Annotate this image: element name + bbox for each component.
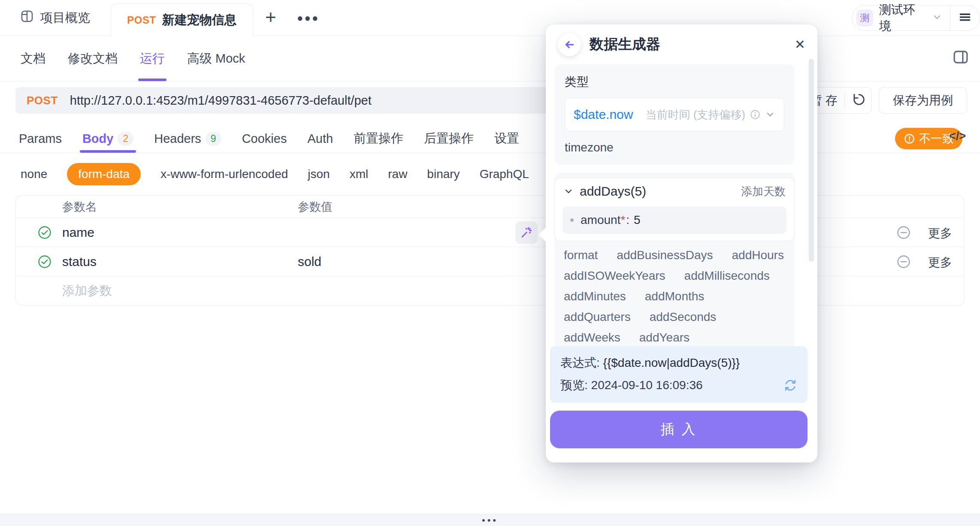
undo-history-icon[interactable] bbox=[852, 92, 866, 109]
expression-panel: 表达式: {{$date.now|addDays(5)}} 预览: 2024-0… bbox=[550, 346, 808, 403]
tab-params[interactable]: Params bbox=[19, 124, 62, 153]
type-label: 类型 bbox=[565, 74, 784, 90]
panel-drag-handle[interactable]: ••• bbox=[482, 516, 498, 525]
tab-project-overview[interactable]: 项目概览 bbox=[20, 9, 90, 27]
body-type-graphql[interactable]: GraphQL bbox=[480, 167, 529, 181]
new-tab-button[interactable]: + bbox=[265, 8, 276, 27]
back-button[interactable] bbox=[558, 33, 581, 56]
add-param-placeholder[interactable]: 添加参数 bbox=[52, 282, 298, 299]
function-param-row[interactable]: amount * : 5 bbox=[563, 206, 786, 234]
type-section: 类型 $date.now 当前时间 (支持偏移) timezone bbox=[554, 64, 795, 165]
body-type-json[interactable]: json bbox=[308, 167, 330, 181]
param-name-cell[interactable]: name bbox=[52, 225, 298, 240]
timezone-option[interactable]: timezone bbox=[565, 141, 784, 154]
applied-function-header[interactable]: addDays(5) 添加天数 bbox=[555, 178, 794, 205]
project-grid-icon bbox=[20, 9, 34, 27]
save-as-case-button[interactable]: 保存为用例 bbox=[879, 87, 967, 114]
dialog-footer: 表达式: {{$date.now|addDays(5)}} 预览: 2024-0… bbox=[550, 346, 808, 448]
generator-type-select[interactable]: $date.now 当前时间 (支持偏移) bbox=[565, 98, 784, 131]
tab-body[interactable]: Body 2 bbox=[82, 124, 133, 153]
preview-value: 2024-09-10 16:09:36 bbox=[591, 378, 703, 392]
dialog-scroll-area: 类型 $date.now 当前时间 (支持偏移) timezone bbox=[554, 64, 795, 359]
body-type-urlencoded[interactable]: x-www-form-urlencoded bbox=[160, 167, 288, 181]
environment-selector[interactable]: 测 测试环境 bbox=[852, 5, 980, 31]
body-type-none[interactable]: none bbox=[21, 167, 47, 181]
body-type-raw[interactable]: raw bbox=[388, 167, 407, 181]
doc-nav: 文档 修改文档 运行 高级 Mock bbox=[0, 36, 980, 82]
function-link-addYears[interactable]: addYears bbox=[639, 331, 690, 344]
refresh-preview-icon[interactable] bbox=[783, 378, 797, 392]
row-more-button[interactable]: 更多 bbox=[928, 225, 952, 242]
function-link-addWeeks[interactable]: addWeeks bbox=[564, 331, 620, 344]
function-link-addMonths[interactable]: addMonths bbox=[645, 290, 705, 303]
remove-row-icon[interactable] bbox=[896, 225, 911, 243]
chevron-down-icon bbox=[563, 186, 574, 196]
function-link-addQuarters[interactable]: addQuarters bbox=[564, 311, 631, 323]
generator-type-hint: 当前时间 (支持偏移) bbox=[645, 107, 745, 122]
body-count-badge: 2 bbox=[118, 132, 133, 146]
header-param-name: 参数名 bbox=[52, 199, 298, 215]
tab-auth[interactable]: Auth bbox=[307, 124, 333, 153]
function-link-addISOWeekYears[interactable]: addISOWeekYears bbox=[564, 269, 665, 282]
function-link-addBusinessDays[interactable]: addBusinessDays bbox=[617, 249, 713, 262]
tab-headers[interactable]: Headers 9 bbox=[154, 124, 221, 153]
dialog-title: 数据生成器 bbox=[590, 35, 660, 54]
tab-new-pet-request[interactable]: POST 新建宠物信息 bbox=[111, 3, 253, 36]
nav-item-edit-doc[interactable]: 修改文档 bbox=[68, 36, 118, 81]
request-url-row: POST http://127.0.0.1:4523/m1/4997831-46… bbox=[0, 82, 980, 124]
expression-value: {{$date.now|addDays(5)}} bbox=[603, 356, 740, 369]
applied-function-card: addDays(5) 添加天数 amount * : 5 bbox=[554, 178, 795, 241]
table-row-status[interactable]: status sold 更多 bbox=[16, 247, 964, 276]
project-tab-label: 项目概览 bbox=[40, 9, 90, 27]
param-value[interactable]: 5 bbox=[634, 213, 641, 227]
window-tab-bar: 项目概览 POST 新建宠物信息 + ●●● 测 测试环境 bbox=[0, 0, 980, 36]
function-link-list: format addBusinessDays addHours addISOWe… bbox=[554, 241, 795, 350]
row-more-button[interactable]: 更多 bbox=[928, 254, 952, 271]
tab-pre-actions[interactable]: 前置操作 bbox=[354, 124, 403, 153]
dialog-header: 数据生成器 ✕ bbox=[546, 24, 817, 64]
headers-count-badge: 9 bbox=[206, 132, 221, 146]
tab-settings[interactable]: 设置 bbox=[494, 124, 519, 153]
info-icon[interactable] bbox=[750, 109, 761, 120]
close-icon[interactable]: ✕ bbox=[795, 37, 805, 52]
body-type-form-data[interactable]: form-data bbox=[67, 163, 141, 185]
generator-type-value: $date.now bbox=[574, 107, 633, 122]
method-select[interactable]: POST bbox=[27, 94, 58, 107]
param-name-cell[interactable]: status bbox=[52, 254, 298, 269]
bottom-panel-bar: ••• bbox=[0, 514, 980, 526]
function-link-addMinutes[interactable]: addMinutes bbox=[564, 290, 626, 303]
code-view-icon[interactable]: </> bbox=[949, 130, 966, 143]
chevron-down-icon bbox=[765, 109, 775, 120]
tab-cookies[interactable]: Cookies bbox=[242, 124, 287, 153]
function-link-addSeconds[interactable]: addSeconds bbox=[650, 311, 717, 323]
remove-row-icon[interactable] bbox=[896, 254, 911, 272]
required-asterisk: * bbox=[620, 213, 625, 227]
nav-item-advanced-mock[interactable]: 高级 Mock bbox=[187, 36, 245, 81]
tab-overflow-button[interactable]: ●●● bbox=[297, 12, 320, 24]
function-link-addMilliseconds[interactable]: addMilliseconds bbox=[684, 269, 770, 282]
preview-label: 预览: bbox=[560, 377, 588, 393]
dialog-scrollbar-thumb[interactable] bbox=[809, 59, 814, 262]
param-bullet bbox=[570, 218, 574, 222]
enabled-check-icon[interactable] bbox=[16, 225, 52, 240]
table-row-name[interactable]: name 更多 bbox=[16, 218, 964, 247]
chevron-down-icon bbox=[932, 12, 942, 24]
function-link-format[interactable]: format bbox=[564, 249, 598, 262]
function-link-addHours[interactable]: addHours bbox=[732, 249, 783, 262]
functions-section: addDays(5) 添加天数 amount * : 5 format addB… bbox=[554, 172, 795, 359]
table-row-add[interactable]: 添加参数 bbox=[16, 276, 964, 305]
body-type-xml[interactable]: xml bbox=[350, 167, 369, 181]
body-type-binary[interactable]: binary bbox=[427, 167, 460, 181]
tab-post-actions[interactable]: 后置操作 bbox=[424, 124, 474, 153]
split-panel-icon[interactable] bbox=[952, 48, 970, 68]
hamburger-menu-icon[interactable] bbox=[958, 10, 972, 26]
data-generator-dialog: 数据生成器 ✕ 类型 $date.now 当前时间 (支持偏移) bbox=[546, 24, 817, 463]
nav-item-doc[interactable]: 文档 bbox=[21, 36, 45, 81]
tab-method-badge: POST bbox=[127, 14, 156, 26]
nav-item-run[interactable]: 运行 bbox=[140, 36, 165, 81]
body-type-options: none form-data x-www-form-urlencoded jso… bbox=[0, 153, 980, 195]
enabled-check-icon[interactable] bbox=[16, 254, 52, 269]
params-table-header: 参数名 参数值 bbox=[16, 196, 964, 218]
magic-wand-icon[interactable] bbox=[515, 221, 538, 244]
insert-button[interactable]: 插 入 bbox=[550, 411, 808, 448]
